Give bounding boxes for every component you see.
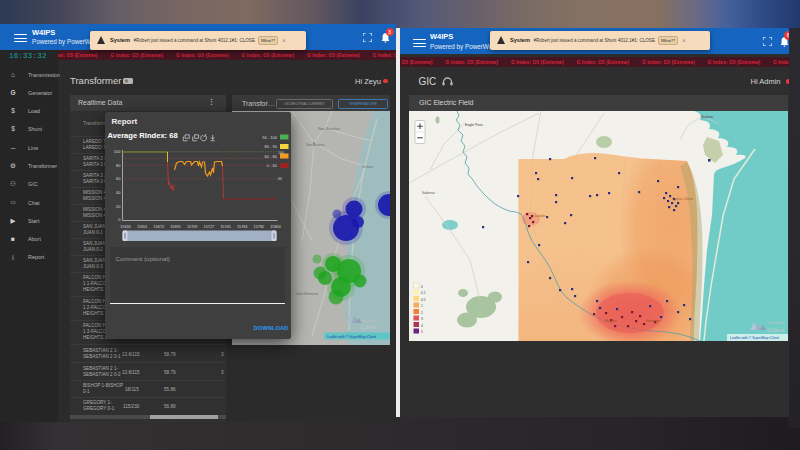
svg-text:SuperMap: SuperMap [360,319,377,323]
svg-text:100: 100 [278,151,284,155]
svg-text:15800: 15800 [270,225,281,229]
svg-text:Laredo: Laredo [535,214,545,218]
svg-text:Corpus Christi: Corpus Christi [672,197,693,201]
svg-text:60: 60 [116,176,121,181]
svg-text:0.1: 0.1 [421,291,426,295]
svg-text:15745: 15745 [220,225,231,229]
svg-text:iClient: iClient [767,326,784,333]
svg-text:Leaflet with © SuperMap iClien: Leaflet with © SuperMap iClient [730,336,779,340]
svg-text:15651: 15651 [136,225,147,229]
svg-text:60: 60 [278,177,282,181]
svg-text:2: 2 [421,311,423,315]
svg-text:15691: 15691 [170,225,181,229]
svg-text:80 - 90: 80 - 90 [264,144,277,149]
svg-text:SuperMap: SuperMap [767,321,785,325]
svg-text:Leaflet with © SuperMap iClien: Leaflet with © SuperMap iClient [327,335,376,339]
svg-text:15763: 15763 [236,225,247,229]
svg-text:0: 0 [421,285,423,289]
svg-text:90 - 100: 90 - 100 [262,135,277,140]
svg-text:McAllen: McAllen [605,319,617,323]
svg-text:100: 100 [113,149,120,154]
svg-text:60 - 80: 60 - 80 [264,154,277,159]
svg-text:15630: 15630 [120,225,131,229]
svg-text:0: 0 [118,217,121,222]
svg-text:4: 4 [421,324,423,328]
svg-text:0.5: 0.5 [421,298,426,302]
svg-text:Valle Hermoso: Valle Hermoso [296,292,318,296]
svg-text:San Antonio: San Antonio [306,143,324,147]
svg-text:40: 40 [116,190,121,195]
svg-text:5: 5 [421,330,423,334]
svg-text:15709: 15709 [186,225,197,229]
svg-text:15727: 15727 [203,225,214,229]
svg-text:80: 80 [116,163,121,168]
svg-text:Victoria: Victoria [701,115,713,119]
svg-text:20: 20 [116,204,121,209]
svg-text:iClient: iClient [360,324,377,330]
svg-text:3: 3 [421,317,423,321]
svg-text:Sabinas: Sabinas [422,191,435,195]
svg-text:1: 1 [421,304,423,308]
svg-text:Harlingen: Harlingen [646,319,660,323]
svg-text:New Braunfels: New Braunfels [318,127,340,131]
svg-text:15672: 15672 [153,225,164,229]
svg-text:15782: 15782 [253,225,264,229]
svg-text:Victoria: Victoria [362,165,373,169]
svg-text:Eagle Pass: Eagle Pass [465,123,483,127]
